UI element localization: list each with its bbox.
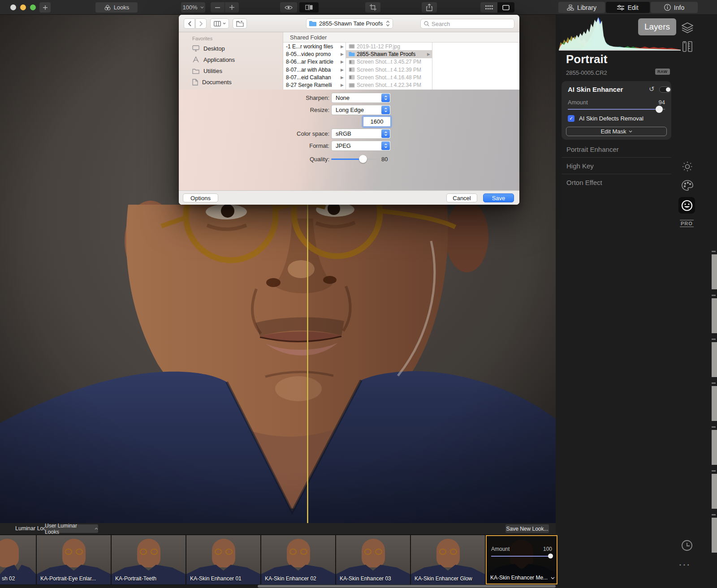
look-thumbnail[interactable]: KA-Skin Enhancer 02 [261,535,335,584]
file-name: 2019-11-12 FP.jpg [357,43,400,50]
sidebar-item-utilities[interactable]: Utilities [192,66,222,75]
look-thumbnail[interactable]: KA-Portrait-Teeth [112,535,186,584]
filter-portrait-enhancer[interactable]: Portrait Enhancer [566,146,619,153]
file-row-selected[interactable]: 2855-Shawn Tate Proofs▶ [346,50,432,58]
format-dropdown[interactable]: JPEG [331,141,391,151]
look-thumbnail[interactable]: KA-Portrait-Eye Enlar... [37,535,111,584]
skin-defects-checkbox[interactable]: ✓ [568,115,574,122]
look-thumbnail[interactable]: KA-Skin Enhancer 01 [186,535,260,584]
new-folder-button[interactable] [233,18,247,29]
history-clock-icon[interactable] [681,540,693,551]
export-share-button[interactable] [422,2,437,13]
file-row[interactable]: Screen Shot...t 4.12.39 PM [346,66,432,73]
forward-button[interactable] [195,18,207,29]
filter-toggle[interactable] [659,86,671,93]
look-thumbnail-selected[interactable]: Amount 100 KA-Skin Enhancer Me... [486,535,557,584]
thumb-glasses [214,549,233,556]
favorites-sidebar: Favorites Desktop Applications Utilities [179,32,283,90]
sidebar-item-desktop[interactable]: Desktop [192,44,225,53]
layers-stack-icon[interactable] [682,22,693,33]
more-options-icon[interactable]: • • • [679,562,690,567]
folder-name: -1 E...r working files [286,43,333,50]
info-icon [664,4,671,11]
crop-button[interactable] [365,2,380,13]
edge-thumbnail[interactable] [712,298,717,333]
file-row[interactable]: Screen Shot...t 4.16.48 PM [346,73,432,81]
look-thumbnail[interactable]: sh 02 [0,535,36,584]
filter-orton-effect[interactable]: Orton Effect [566,179,602,186]
looks-collection-dropdown[interactable]: User Luminar Looks [45,524,98,533]
folder-row[interactable]: 8-27 Serge Ramelli▶ [283,81,346,89]
file-row[interactable]: Screen Shot...t 3.45.27 PM [346,58,432,66]
essentials-sun-icon[interactable] [682,161,693,172]
colorspace-dropdown[interactable]: sRGB [331,129,391,139]
add-image-button[interactable] [39,2,51,13]
tab-info[interactable]: Info [651,2,698,13]
tab-info-label: Info [674,4,684,11]
favorite-label: Applications [203,56,235,63]
amount-slider[interactable] [568,109,665,110]
edge-thumbnail[interactable] [712,386,717,421]
gallery-view-button[interactable] [480,2,497,13]
chevron-right-icon [199,21,203,26]
traffic-light-zoom[interactable] [30,4,36,10]
edge-thumbnail[interactable] [712,474,717,509]
folder-row[interactable]: 8-07...ar with Abba▶ [283,66,346,73]
traffic-light-close[interactable] [10,4,16,10]
filmstrip-scrollbar[interactable] [258,585,556,588]
sidebar-item-documents[interactable]: Documents [192,77,232,86]
sidebar-item-applications[interactable]: Applications [192,55,235,64]
single-image-view-button[interactable] [497,2,514,13]
compare-button[interactable] [299,2,319,13]
folder-row[interactable]: 8-06...ar Flex article▶ [283,58,346,66]
tab-library[interactable]: Library [558,2,605,13]
save-button[interactable]: Save [483,193,514,202]
folder-row[interactable]: 8-07...eid Callahan▶ [283,73,346,81]
look-amount-slider-thumb[interactable] [548,554,553,558]
zoom-out-button[interactable] [211,2,225,13]
layers-button[interactable]: Layers [638,18,676,35]
quick-preview-button[interactable] [280,2,297,13]
view-mode-button[interactable] [210,18,229,29]
save-new-look-button[interactable]: Save New Look... [505,524,549,533]
file-row[interactable]: 2019-11-12 FP.jpg [346,43,432,50]
filter-high-key[interactable]: High Key [566,162,594,170]
quality-slider-thumb[interactable] [359,155,367,163]
quality-slider[interactable] [331,159,377,160]
look-thumbnail[interactable]: KA-Skin Enhancer Glow [411,535,485,584]
search-input[interactable]: Search [420,19,514,29]
destination-folder-dropdown[interactable]: 2855-Shawn Tate Proofs [306,18,393,29]
look-thumbnail[interactable]: KA-Skin Enhancer 03 [336,535,410,584]
thumb-portrait [0,539,19,567]
ruler-tools-icon[interactable] [682,41,692,52]
portrait-category-active[interactable] [678,197,695,214]
resize-pixels-input[interactable]: 1600 [363,116,391,127]
folder-row[interactable]: -1 E...r working files▶ [283,43,346,50]
back-button[interactable] [184,18,195,29]
edit-mask-button[interactable]: Edit Mask [566,127,667,136]
resize-dropdown[interactable]: Long Edge [331,105,391,115]
edge-thumbnail[interactable] [712,342,717,377]
disclosure-arrow-icon: ▶ [341,75,344,80]
amount-slider-thumb[interactable] [656,106,663,113]
sharpen-dropdown[interactable]: None [331,93,391,103]
zoom-in-button[interactable] [225,2,239,13]
creative-palette-icon[interactable] [682,180,693,191]
look-amount-slider[interactable] [491,556,552,557]
options-button[interactable]: Options [183,193,218,202]
edge-thumbnail[interactable] [712,430,717,465]
folder-row[interactable]: 8-05...video promo▶ [283,50,346,58]
column-view-icon [214,21,221,26]
looks-button[interactable]: Looks [95,2,138,13]
favorite-label: Documents [202,79,232,86]
pro-category-icon[interactable]: PRO [680,220,694,227]
tab-edit[interactable]: Edit [606,2,650,13]
current-filename: 2855-0005.CR2 [566,69,607,76]
edge-thumbnail[interactable] [712,518,717,553]
cancel-button[interactable]: Cancel [446,193,477,202]
reset-icon[interactable]: ↺ [649,85,655,93]
zoom-level-dropdown[interactable]: 100% [181,2,205,13]
file-row[interactable]: Screen Shot...t 4.22.34 PM [346,81,432,89]
edge-thumbnail[interactable] [712,254,717,289]
traffic-light-minimize[interactable] [20,4,26,10]
